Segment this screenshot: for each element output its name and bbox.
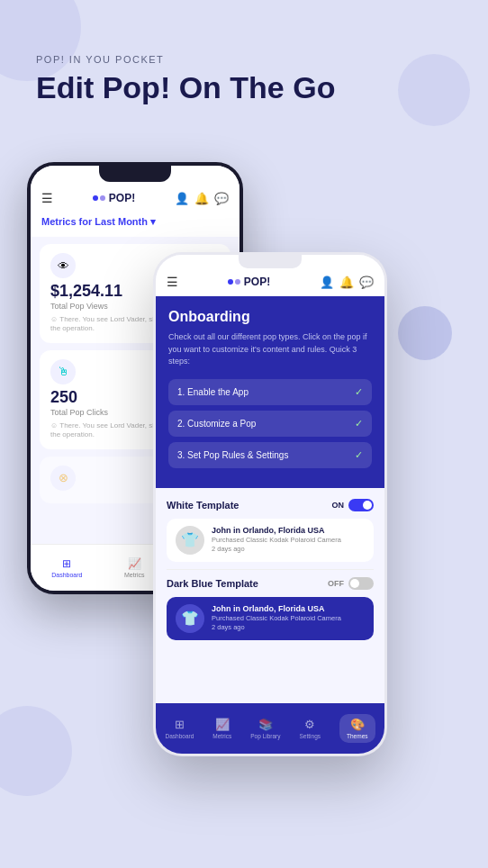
step-1-label: 1. Enable the App bbox=[177, 387, 249, 397]
metrics-icon: 📈 bbox=[128, 557, 141, 570]
dark-template-toggle-row: OFF bbox=[328, 577, 374, 590]
pf-logo-text: POP! bbox=[244, 276, 270, 288]
logo-dot-blue bbox=[93, 195, 98, 201]
white-template-toggle-row: ON bbox=[332, 499, 375, 511]
logo-dot-purple bbox=[100, 195, 105, 201]
metrics-header: Metrics for Last Month ▾ bbox=[31, 212, 239, 237]
dark-template-row: Dark Blue Template OFF bbox=[167, 577, 374, 590]
background-blob-tr bbox=[398, 54, 470, 126]
pf-nav-pop-library-label: Pop Library bbox=[250, 733, 280, 739]
step-2-label: 2. Customize a Pop bbox=[177, 419, 256, 429]
dark-card-text: John in Orlando, Florida USA Purchased C… bbox=[212, 604, 341, 632]
dashboard-icon: ⊞ bbox=[62, 557, 71, 570]
pf-logo-dot-purple bbox=[235, 279, 240, 285]
pf-metrics-icon: 📈 bbox=[215, 718, 230, 731]
pf-logo-area: POP! bbox=[228, 276, 270, 288]
step-2[interactable]: 2. Customize a Pop ✓ bbox=[168, 411, 372, 437]
pf-hamburger-icon[interactable]: ☰ bbox=[167, 275, 178, 289]
templates-section: White Template ON 👕 John in Orlando, Flo… bbox=[156, 488, 384, 655]
pf-dashboard-icon: ⊞ bbox=[175, 718, 185, 731]
pf-user-icon[interactable]: 👤 bbox=[320, 276, 334, 289]
dark-avatar: 👕 bbox=[176, 604, 204, 633]
clicks-icon: 🖱 bbox=[50, 359, 76, 384]
chat-icon[interactable]: 💬 bbox=[214, 192, 229, 205]
white-template-label: White Template bbox=[167, 500, 239, 511]
top-icons: 👤 🔔 💬 bbox=[175, 192, 229, 205]
pf-themes-icon: 🎨 bbox=[350, 718, 365, 731]
pf-chat-icon[interactable]: 💬 bbox=[359, 276, 374, 289]
dark-preview-sub: Purchased Classic Kodak Polaroid Camera2… bbox=[212, 614, 341, 632]
white-card-text: John in Orlando, Florida USA Purchased C… bbox=[212, 526, 341, 554]
page-title: Edit Pop! On The Go bbox=[36, 70, 335, 105]
pf-top-icons: 👤 🔔 💬 bbox=[320, 276, 374, 289]
nav-dashboard[interactable]: ⊞ Dashboard bbox=[51, 557, 82, 578]
step-3-label: 3. Set Pop Rules & Settings bbox=[177, 450, 288, 460]
logo-text: POP! bbox=[109, 192, 135, 204]
white-toggle-thumb bbox=[363, 501, 372, 510]
dark-template-label: Dark Blue Template bbox=[167, 578, 258, 589]
step-1[interactable]: 1. Enable the App ✓ bbox=[168, 379, 372, 405]
step-3[interactable]: 3. Set Pop Rules & Settings ✓ bbox=[168, 442, 372, 468]
step-2-check: ✓ bbox=[355, 418, 363, 429]
white-template-row: White Template ON bbox=[167, 499, 374, 511]
bell-icon[interactable]: 🔔 bbox=[194, 192, 209, 205]
third-icon: ⊗ bbox=[50, 466, 76, 491]
white-toggle-state: ON bbox=[332, 501, 345, 510]
onboarding-section: Onboarding Check out all our different p… bbox=[156, 296, 384, 488]
pf-nav-themes[interactable]: 🎨 Themes bbox=[339, 714, 375, 743]
dark-preview-card: 👕 John in Orlando, Florida USA Purchased… bbox=[167, 597, 374, 640]
pf-settings-icon: ⚙ bbox=[304, 718, 315, 731]
template-divider bbox=[167, 569, 374, 570]
white-preview-card: 👕 John in Orlando, Florida USA Purchased… bbox=[167, 519, 374, 562]
phone-front-nav: ⊞ Dashboard 📈 Metrics 📚 Pop Library ⚙ Se… bbox=[156, 703, 384, 754]
phone-front-screen: ☰ POP! 👤 🔔 💬 Onboarding Check out all ou… bbox=[156, 255, 384, 754]
pf-nav-pop-library[interactable]: 📚 Pop Library bbox=[250, 718, 280, 739]
page-header: POP! IN YOU POCKET Edit Pop! On The Go bbox=[36, 54, 335, 105]
nav-dashboard-label: Dashboard bbox=[51, 572, 82, 578]
dark-preview-name: John in Orlando, Florida USA bbox=[212, 604, 341, 613]
page-subtitle: POP! IN YOU POCKET bbox=[36, 54, 335, 65]
pf-nav-dashboard-label: Dashboard bbox=[166, 733, 194, 739]
white-template-toggle[interactable] bbox=[348, 499, 374, 511]
phone-front-notch bbox=[239, 252, 302, 268]
dark-template-toggle[interactable] bbox=[348, 577, 374, 590]
step-3-check: ✓ bbox=[355, 449, 363, 461]
pf-nav-settings[interactable]: ⚙ Settings bbox=[300, 718, 321, 739]
pf-bell-icon[interactable]: 🔔 bbox=[339, 276, 354, 289]
pf-nav-themes-label: Themes bbox=[347, 733, 367, 739]
metrics-period[interactable]: Last Month ▾ bbox=[95, 216, 156, 227]
views-icon: 👁 bbox=[50, 253, 76, 278]
background-blob-mid bbox=[398, 306, 452, 360]
dark-toggle-thumb bbox=[350, 579, 359, 588]
onboarding-text: Check out all our different pop types. C… bbox=[168, 331, 372, 368]
phone-back-notch bbox=[99, 162, 171, 182]
hamburger-icon[interactable]: ☰ bbox=[41, 191, 53, 205]
logo-area: POP! bbox=[93, 192, 135, 204]
nav-metrics-label: Metrics bbox=[124, 572, 145, 578]
step-1-check: ✓ bbox=[355, 386, 363, 398]
phone-front: ☰ POP! 👤 🔔 💬 Onboarding Check out all ou… bbox=[153, 252, 387, 756]
pf-nav-settings-label: Settings bbox=[300, 733, 321, 739]
logo-dots bbox=[93, 195, 105, 201]
pf-pop-library-icon: 📚 bbox=[258, 718, 273, 731]
pf-nav-metrics[interactable]: 📈 Metrics bbox=[212, 718, 231, 739]
pf-nav-metrics-label: Metrics bbox=[212, 733, 231, 739]
nav-metrics[interactable]: 📈 Metrics bbox=[124, 557, 145, 578]
pf-logo-dots bbox=[228, 279, 240, 285]
pf-nav-dashboard[interactable]: ⊞ Dashboard bbox=[166, 718, 194, 739]
pf-logo-dot-blue bbox=[228, 279, 233, 285]
dark-toggle-state: OFF bbox=[328, 579, 344, 588]
white-preview-name: John in Orlando, Florida USA bbox=[212, 526, 341, 535]
onboarding-title: Onboarding bbox=[168, 309, 372, 325]
user-icon[interactable]: 👤 bbox=[175, 192, 189, 205]
white-preview-sub: Purchased Classic Kodak Polaroid Camera2… bbox=[212, 536, 341, 554]
background-blob-br bbox=[0, 706, 72, 796]
white-avatar: 👕 bbox=[176, 526, 204, 555]
